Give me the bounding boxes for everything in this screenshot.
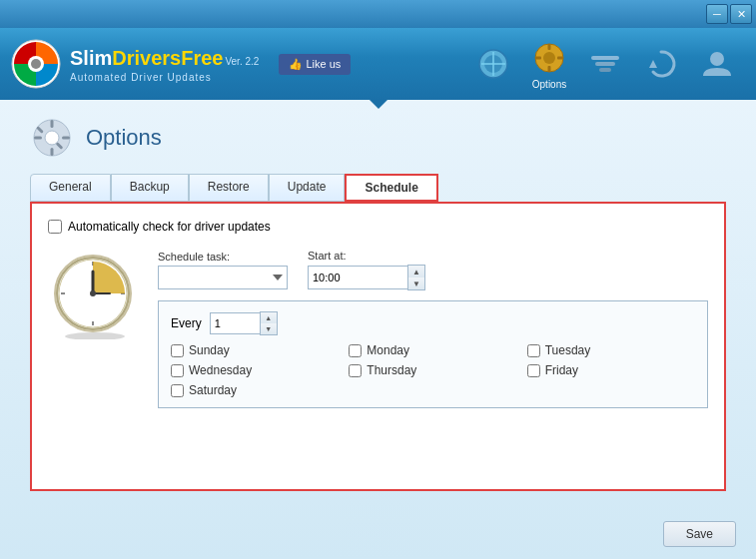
scan-icon [474,45,512,83]
options-page-icon [30,116,74,160]
svg-rect-20 [34,137,42,140]
tab-general[interactable]: General [30,174,111,202]
nav-tools[interactable] [586,45,624,83]
svg-marker-14 [649,60,657,68]
app-logo-icon [10,38,62,90]
day-thursday: Thursday [349,363,516,377]
svg-rect-12 [595,62,615,66]
friday-label: Friday [545,363,578,377]
options-icon [530,39,568,77]
svg-point-24 [65,332,125,339]
logo-drivers: Drivers [112,47,181,69]
svg-point-17 [45,131,59,145]
tools-icon [586,45,624,83]
every-spinner-buttons: ▲ ▼ [260,311,278,335]
task-group: Schedule task: [158,251,288,289]
main-content: Options General Backup Restore Update Sc… [0,100,756,559]
every-row: Every ▲ ▼ [171,311,695,335]
tab-restore[interactable]: Restore [189,174,269,202]
tabs-container: General Backup Restore Update Schedule [30,174,726,202]
day-monday: Monday [349,343,516,357]
sunday-label: Sunday [189,343,230,357]
options-label: Options [532,79,566,90]
svg-rect-19 [51,148,54,156]
saturday-checkbox[interactable] [171,384,184,397]
day-friday: Friday [527,363,695,377]
auto-check-checkbox[interactable] [48,220,62,234]
svg-rect-11 [591,56,619,60]
every-input[interactable] [210,312,260,334]
sunday-checkbox[interactable] [171,344,184,357]
page-title: Options [86,125,162,151]
nav-update[interactable] [642,45,680,83]
options-arrow [370,100,387,109]
monday-checkbox[interactable] [349,344,362,357]
svg-rect-21 [62,137,70,140]
day-wednesday: Wednesday [171,363,339,377]
tuesday-checkbox[interactable] [527,344,540,357]
svg-point-33 [90,290,96,296]
logo-sub: Automated Driver Updates [70,71,259,84]
tab-backup[interactable]: Backup [111,174,189,202]
auto-check-row: Automatically check for driver updates [48,220,708,234]
logo-area: SlimDriversFreeVer. 2.2 Automated Driver… [10,38,259,90]
tab-update[interactable]: Update [269,174,346,202]
every-label: Every [171,316,202,330]
logo-text: SlimDriversFreeVer. 2.2 Automated Driver… [70,45,259,84]
svg-rect-7 [548,44,551,50]
svg-rect-8 [548,66,551,72]
days-grid: Sunday Monday Tuesday [171,343,695,397]
nav-profile[interactable] [698,45,736,83]
update-icon [642,45,680,83]
wednesday-checkbox[interactable] [171,364,184,377]
logo-free: Free [181,47,223,69]
spinner-buttons: ▲ ▼ [407,265,425,290]
logo-slim: Slim [70,47,112,69]
titlebar: ─ ✕ [0,0,756,28]
every-spinner: ▲ ▼ [210,311,278,335]
start-at-group: Start at: ▲ ▼ [308,250,425,290]
page-header: Options [30,116,726,160]
clock-icon [48,250,138,339]
monday-label: Monday [367,343,409,357]
svg-point-2 [31,59,41,69]
nav-icons: Options [474,39,736,90]
day-tuesday: Tuesday [527,343,695,357]
minimize-button[interactable]: ─ [706,4,728,24]
saturday-label: Saturday [189,383,237,397]
auto-check-label: Automatically check for driver updates [68,220,271,234]
friday-checkbox[interactable] [527,364,540,377]
tab-schedule[interactable]: Schedule [345,174,437,202]
svg-point-6 [543,52,555,64]
like-button[interactable]: 👍 Like us [279,54,351,75]
every-up-button[interactable]: ▲ [261,312,277,323]
svg-rect-10 [557,56,563,59]
close-button[interactable]: ✕ [730,4,752,24]
save-button[interactable]: Save [663,521,736,547]
logo-ver: Ver. 2.2 [225,56,259,67]
day-saturday: Saturday [171,383,339,397]
time-down-button[interactable]: ▼ [408,278,424,289]
svg-point-15 [710,52,724,66]
thursday-label: Thursday [367,363,416,377]
task-time-row: Schedule task: Start at: ▲ ▼ [158,250,708,290]
time-up-button[interactable]: ▲ [408,266,424,278]
tuesday-label: Tuesday [545,343,591,357]
schedule-controls: Schedule task: Start at: ▲ ▼ [158,250,708,408]
svg-rect-13 [599,68,611,72]
task-label: Schedule task: [158,251,288,263]
task-select[interactable] [158,266,288,289]
schedule-area: Schedule task: Start at: ▲ ▼ [48,250,708,408]
svg-rect-9 [535,56,541,59]
profile-icon [698,45,736,83]
save-button-area: Save [663,521,736,547]
header: SlimDriversFreeVer. 2.2 Automated Driver… [0,28,756,100]
wednesday-label: Wednesday [189,363,252,377]
start-at-input[interactable] [308,266,407,289]
schedule-panel: Automatically check for driver updates [30,202,726,491]
svg-rect-18 [51,120,54,128]
thursday-checkbox[interactable] [349,364,362,377]
nav-scan[interactable] [474,45,512,83]
every-down-button[interactable]: ▼ [261,323,277,334]
nav-options[interactable]: Options [530,39,568,90]
